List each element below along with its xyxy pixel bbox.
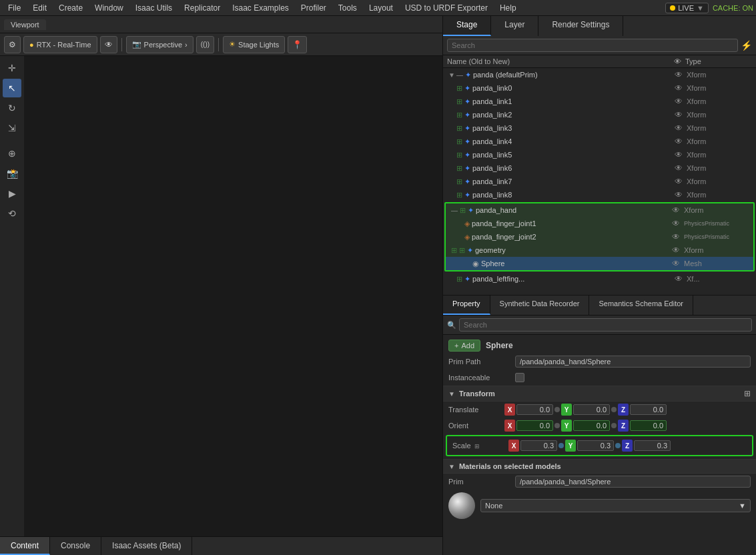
prim-path-row: Prim Path /panda/panda_hand/Sphere [443,354,756,370]
tree-item-panda-hand[interactable]: — ⊞ ✦ panda_hand 👁 Xform [446,203,753,217]
menu-usd-urdf[interactable]: USD to URDF Exporter [400,2,493,14]
location-btn[interactable]: 📍 [288,36,307,53]
menu-create[interactable]: Create [53,2,88,14]
tab-layer[interactable]: Layer [491,16,538,36]
menu-isaac-examples[interactable]: Isaac Examples [227,2,294,14]
vis-icon-sphere[interactable]: 👁 [668,259,684,268]
menu-tools[interactable]: Tools [333,2,362,14]
tree-item-panda[interactable]: ▼ — ✦ panda (defaultPrim) 👁 Xform [443,68,756,81]
tree-label-link3: panda_link3 [472,124,671,132]
material-row: None ▼ [443,490,756,522]
orient-y-input[interactable] [573,420,610,431]
tree-item-link7[interactable]: ⊞ ✦ panda_link7 👁 Xform [443,175,756,188]
plus-icon: + [454,342,458,350]
tab-console[interactable]: Console [50,537,101,555]
vis-icon-finger2[interactable]: 👁 [668,232,684,241]
viewport-tab[interactable]: Viewport [4,19,46,30]
orient-row: Orient X Y Z [443,418,756,434]
render-settings-btn[interactable]: 👁 [100,36,117,53]
scale-z-axis: Z [622,440,633,452]
tool-move[interactable]: ↖ [3,79,21,97]
tree-item-link5[interactable]: ⊞ ✦ panda_link5 👁 Xform [443,148,756,161]
vis-icon-leftfing[interactable]: 👁 [671,274,687,284]
translate-y-input[interactable] [573,404,610,415]
tab-property[interactable]: Property [443,296,490,315]
tree-item-leftfing[interactable]: ⊞ ✦ panda_leftfing... 👁 Xf... [443,272,756,286]
tab-content[interactable]: Content [0,537,50,555]
tab-isaac-assets[interactable]: Isaac Assets (Beta) [101,537,192,555]
render-mode-btn[interactable]: ● RTX - Real-Time [23,36,97,53]
materials-section-header[interactable]: ▼ Materials on selected models [443,459,756,474]
menu-file[interactable]: File [3,2,26,14]
scale-text: Scale [452,442,471,450]
menu-help[interactable]: Help [494,2,522,14]
tree-label-link2: panda_link2 [472,111,671,119]
vis-icon-link5[interactable]: 👁 [671,150,687,159]
translate-z-input[interactable] [630,404,667,415]
instanceable-checkbox[interactable] [515,373,524,382]
tree-item-link2[interactable]: ⊞ ✦ panda_link2 👁 Xform [443,108,756,121]
vis-icon-panda-hand[interactable]: 👁 [668,205,684,215]
vis-icon-link7[interactable]: 👁 [671,177,687,186]
menu-window[interactable]: Window [89,2,129,14]
orient-x-input[interactable] [516,420,553,431]
tool-play[interactable]: ▶ [3,184,21,203]
scale-z-input[interactable] [634,440,671,451]
add-button[interactable]: + Add [448,340,480,352]
vis-icon-link4[interactable]: 👁 [671,137,687,146]
property-search-input[interactable] [459,318,752,332]
tree-item-link4[interactable]: ⊞ ✦ panda_link4 👁 Xform [443,135,756,148]
tree-item-sphere[interactable]: ◉ Sphere 👁 Mesh [446,257,753,270]
filter-icon[interactable]: ⚡ [741,40,752,51]
tree-item-link3[interactable]: ⊞ ✦ panda_link3 👁 Xform [443,121,756,135]
tree-item-finger-joint1[interactable]: ◈ panda_finger_joint1 👁 PhysicsPrismatic [446,217,753,230]
menu-layout[interactable]: Layout [364,2,398,14]
live-badge[interactable]: LIVE ▼ [665,3,709,13]
vis-icon-link1[interactable]: 👁 [671,97,687,106]
tree-item-geometry[interactable]: ⊞ ⊞ ✦ geometry 👁 Xform [446,243,753,257]
tree-item-link8[interactable]: ⊞ ✦ panda_link8 👁 Xform [443,188,756,201]
tool-scale[interactable]: ⇲ [3,119,21,137]
viewport-settings-btn[interactable]: ⚙ [4,36,21,53]
vis-icon-link8[interactable]: 👁 [671,190,687,199]
vis-icon-finger1[interactable]: 👁 [668,219,684,228]
orient-z-input[interactable] [630,420,667,431]
tool-select[interactable]: ✛ [3,59,21,77]
camera-btn[interactable]: 📷 Perspective › [126,36,194,53]
tab-stage[interactable]: Stage [443,16,491,36]
vis-icon-link6[interactable]: 👁 [671,163,687,173]
scale-y-input[interactable] [577,440,614,451]
camera-extra-btn[interactable]: (()) [196,36,214,53]
tab-semantics[interactable]: Semantics Schema Editor [589,296,693,315]
sun-icon: ☀ [229,40,236,49]
tool-extra[interactable]: ⟲ [3,204,21,223]
translate-x-input[interactable] [516,404,553,415]
tree-item-link0[interactable]: ⊞ ✦ panda_link0 👁 Xform [443,81,756,95]
stage-lights-btn[interactable]: ☀ Stage Lights [223,36,285,53]
menu-profiler[interactable]: Profiler [296,2,332,14]
tab-render-settings[interactable]: Render Settings [538,16,623,36]
tree-item-link6[interactable]: ⊞ ✦ panda_link6 👁 Xform [443,161,756,175]
tool-camera[interactable]: 📸 [3,164,21,183]
tree-item-link1[interactable]: ⊞ ✦ panda_link1 👁 Xform [443,95,756,108]
tree-item-finger-joint2[interactable]: ◈ panda_finger_joint2 👁 PhysicsPrismatic [446,230,753,243]
plus-icon2: ⊞ [459,246,465,255]
col-vis-header: 👁 [669,57,685,65]
material-dropdown[interactable]: None ▼ [480,499,751,512]
vis-icon-panda[interactable]: 👁 [671,70,687,79]
vis-icon-link0[interactable]: 👁 [671,83,687,93]
property-panel: Property Synthetic Data Recorder Semanti… [443,295,756,555]
tab-synthetic-data[interactable]: Synthetic Data Recorder [490,296,590,315]
menu-edit[interactable]: Edit [27,2,52,14]
material-sphere-preview [448,492,475,519]
menu-isaac-utils[interactable]: Isaac Utils [130,2,177,14]
stage-search-input[interactable] [447,39,738,52]
vis-icon-geometry[interactable]: 👁 [668,245,684,255]
menu-replicator[interactable]: Replicator [179,2,226,14]
scale-x-input[interactable] [520,440,557,451]
tool-rotate[interactable]: ↻ [3,99,21,117]
vis-icon-link2[interactable]: 👁 [671,110,687,119]
tool-gizmo[interactable]: ⊕ [3,144,21,163]
vis-icon-link3[interactable]: 👁 [671,123,687,133]
transform-section-header[interactable]: ▼ Transform ⊞ [443,386,756,402]
